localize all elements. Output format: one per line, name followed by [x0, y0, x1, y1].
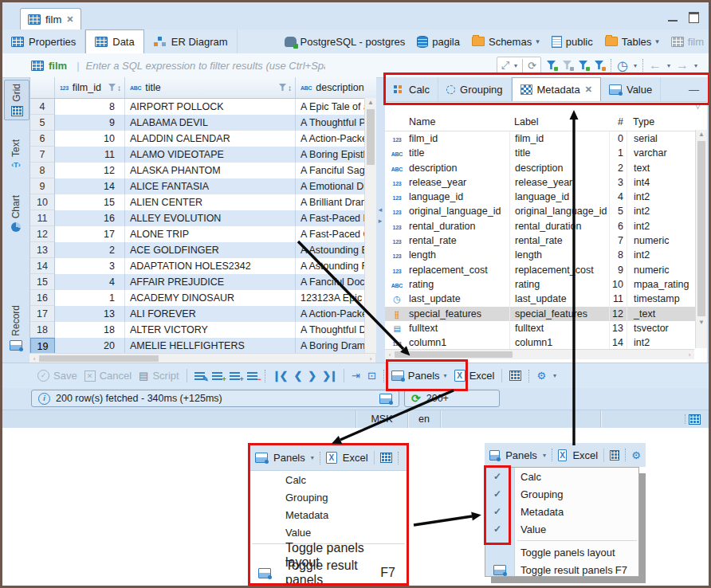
column-label-cell[interactable]: last_update — [509, 292, 609, 306]
title-cell[interactable]: ALLEY EVOLUTION — [125, 210, 296, 226]
filter-icon[interactable] — [279, 84, 287, 92]
scroll-up-icon[interactable]: ▲ — [365, 98, 376, 108]
sidebar-item-grid[interactable]: Grid — [4, 80, 29, 120]
chevron-down-icon[interactable]: ▾ — [655, 37, 659, 45]
scroll-left-icon[interactable]: ‹ — [385, 351, 395, 359]
sidebar-item-chart[interactable]: Chart — [4, 192, 28, 235]
title-cell[interactable]: ALONE TRIP — [125, 226, 296, 242]
metadata-row[interactable]: ◷ last_update last_update 11 timestamp — [385, 292, 707, 306]
breadcrumb-tables[interactable]: Tables ▾ — [605, 36, 659, 48]
metadata-row[interactable]: 123 length length 8 int2 — [385, 248, 707, 262]
vertical-scrollbar[interactable]: ▲ ▼ — [695, 130, 707, 348]
excel-button[interactable]: Excel — [454, 370, 495, 382]
tab-value[interactable]: Value — [601, 77, 661, 101]
breadcrumb-schema[interactable]: public — [552, 36, 593, 48]
panels-button-label[interactable]: Panels — [273, 452, 305, 464]
panel-minimize-button[interactable]: — — [681, 77, 707, 101]
scroll-down-icon[interactable]: ▼ — [696, 318, 707, 327]
collapse-right-icon[interactable]: ▸ — [379, 217, 383, 225]
chevron-down-icon[interactable]: ▾ — [694, 62, 697, 69]
column-ordinal-cell[interactable]: 4 — [609, 190, 627, 204]
column-name-cell[interactable]: length — [409, 248, 509, 262]
chevron-down-icon[interactable]: ▾ — [543, 452, 546, 459]
menu-item[interactable]: Value — [250, 523, 407, 541]
menu-item[interactable]: ✓ Value — [485, 520, 638, 538]
film-id-cell[interactable]: 18 — [55, 322, 125, 338]
scroll-thumb[interactable] — [367, 109, 375, 165]
save-button[interactable]: ✓ Save — [37, 370, 77, 382]
column-header-description[interactable]: ABC description — [296, 77, 376, 98]
close-icon[interactable]: ✕ — [585, 84, 592, 95]
column-name-cell[interactable]: rental_rate — [409, 233, 509, 248]
column-name-cell[interactable]: replacement_cost — [409, 263, 509, 277]
filter-save-icon[interactable] — [579, 61, 589, 70]
film-id-cell[interactable]: 20 — [55, 338, 125, 354]
metadata-row[interactable]: ABC title title 1 varchar — [385, 146, 707, 160]
panels-button-label[interactable]: Panels — [505, 449, 537, 461]
view-as-grid-icon[interactable] — [610, 450, 619, 461]
column-ordinal-cell[interactable]: 9 — [609, 263, 627, 277]
table-row[interactable]: 4 8 AIRPORT POLLOCK A Epic Tale of a M — [30, 99, 376, 115]
metadata-col-name[interactable]: Name — [409, 116, 509, 127]
title-cell[interactable]: ALICE FANTASIA — [125, 178, 296, 194]
scroll-up-icon[interactable]: ▲ — [696, 130, 707, 139]
menu-item[interactable]: Calc — [250, 471, 407, 488]
menu-item[interactable]: Metadata — [250, 506, 407, 523]
column-label-cell[interactable]: film_id — [509, 131, 609, 146]
menu-item[interactable]: ✓ Metadata — [485, 503, 638, 520]
breadcrumb-table[interactable]: film — [671, 36, 704, 48]
edit-row-icon[interactable]: ✎ — [194, 372, 205, 380]
filter-settings-icon[interactable] — [595, 61, 605, 70]
column-label-cell[interactable]: column1 — [509, 335, 609, 350]
forward-icon[interactable]: → — [676, 58, 689, 73]
column-ordinal-cell[interactable]: 8 — [609, 248, 627, 262]
column-label-cell[interactable]: special_features — [509, 307, 609, 321]
film-id-cell[interactable]: 13 — [55, 306, 125, 322]
row-number-cell[interactable]: 17 — [30, 306, 55, 322]
title-cell[interactable]: ALASKA PHANTOM — [125, 163, 296, 178]
column-header-film-id[interactable]: 123 film_id ↕ — [55, 77, 125, 98]
row-number-cell[interactable]: 14 — [30, 258, 55, 274]
film-id-cell[interactable]: 2 — [55, 242, 125, 258]
title-cell[interactable]: AMELIE HELLFIGHTERS — [125, 338, 296, 354]
column-name-cell[interactable]: original_language_id — [409, 204, 509, 218]
title-cell[interactable]: AFFAIR PREJUDICE — [125, 274, 296, 290]
back-icon[interactable]: ← — [649, 58, 662, 73]
column-label-cell[interactable]: description — [509, 161, 609, 175]
goto-row-icon[interactable]: ⇥ — [352, 370, 360, 382]
scroll-right-icon[interactable]: › — [366, 355, 375, 363]
title-cell[interactable]: ALTER VICTORY — [125, 322, 296, 338]
title-cell[interactable]: ALIEN CENTER — [125, 194, 296, 210]
metadata-row[interactable]: 123 column1 column1 14 int2 — [385, 335, 707, 350]
gear-icon[interactable]: ⚙ — [631, 449, 641, 461]
metadata-row[interactable]: 123 replacement_cost replacement_cost 9 … — [385, 263, 707, 277]
sidebar-item-record[interactable]: Record — [4, 302, 28, 354]
menu-item-toggle-layout[interactable]: Toggle panels layout — [485, 543, 638, 561]
column-label-cell[interactable]: rental_duration — [509, 219, 609, 233]
history-icon[interactable]: ◷ — [617, 58, 628, 73]
metadata-row[interactable]: 123 original_language_id original_langua… — [385, 204, 707, 218]
film-id-cell[interactable]: 9 — [55, 115, 125, 131]
column-label-cell[interactable]: length — [509, 248, 609, 262]
film-id-cell[interactable]: 1 — [55, 290, 125, 306]
row-number-cell[interactable]: 18 — [30, 322, 55, 338]
chevron-down-icon[interactable]: ▾ — [667, 62, 670, 69]
menu-item[interactable]: ✓ Grouping — [485, 485, 638, 503]
title-cell[interactable]: ACE GOLDFINGER — [125, 242, 296, 258]
panel-toggle-icon[interactable] — [379, 394, 392, 404]
column-ordinal-cell[interactable]: 11 — [609, 292, 627, 306]
title-cell[interactable]: ALI FOREVER — [125, 306, 296, 322]
excel-button-label[interactable]: Excel — [343, 452, 368, 464]
horizontal-scrollbar[interactable]: ‹ › — [385, 349, 694, 359]
row-number-cell[interactable]: 7 — [30, 147, 55, 163]
filter-input[interactable] — [84, 59, 327, 73]
metadata-col-type[interactable]: Type — [627, 116, 707, 127]
row-number-cell[interactable]: 16 — [30, 290, 55, 306]
column-name-cell[interactable]: language_id — [409, 190, 509, 204]
collapse-left-icon[interactable]: ◂ — [379, 206, 383, 214]
column-label-cell[interactable]: release_year — [509, 175, 609, 190]
next-row-button[interactable]: ❯ — [308, 370, 315, 382]
film-id-cell[interactable]: 3 — [55, 258, 125, 274]
last-row-button[interactable]: ❯❙ — [322, 370, 336, 382]
column-header-title[interactable]: ABC title ↕ — [125, 77, 296, 98]
